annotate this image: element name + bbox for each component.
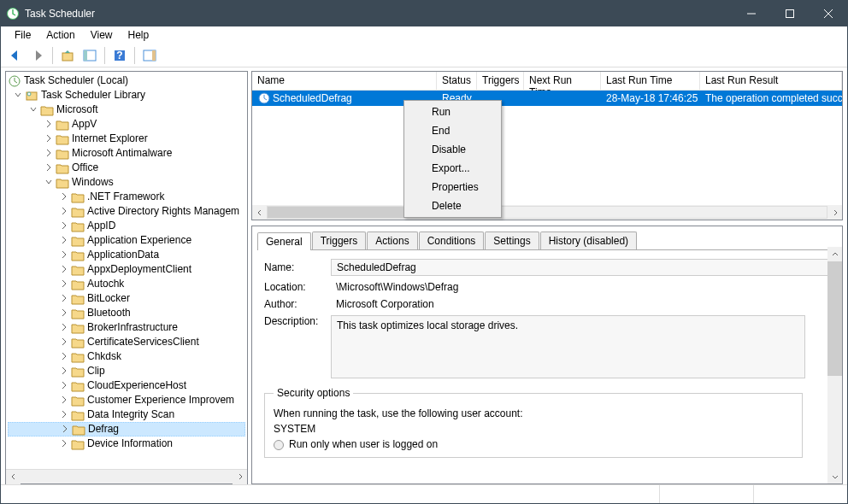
folder-icon xyxy=(71,366,85,378)
tree-item-cloudexperiencehost[interactable]: CloudExperienceHost xyxy=(8,378,245,393)
detail-vertical-scrollbar[interactable] xyxy=(827,247,842,483)
scroll-left-arrow[interactable] xyxy=(252,209,267,216)
task-list-horizontal-scrollbar[interactable] xyxy=(252,205,842,220)
chevron-down-icon[interactable] xyxy=(42,176,56,190)
show-hide-console-tree-button[interactable] xyxy=(80,46,99,65)
tree-item-bitlocker[interactable]: BitLocker xyxy=(8,291,245,306)
chevron-right-icon[interactable] xyxy=(57,263,71,277)
tree-item--net-framework[interactable]: .NET Framework xyxy=(8,190,245,204)
tree[interactable]: Task Scheduler (Local) Task Scheduler Li… xyxy=(6,72,247,469)
chevron-right-icon[interactable] xyxy=(57,437,71,451)
scroll-down-arrow[interactable] xyxy=(827,469,842,483)
context-export[interactable]: Export... xyxy=(406,159,499,178)
tab-general[interactable]: General xyxy=(257,232,311,250)
context-delete[interactable]: Delete xyxy=(406,196,499,215)
tab-history[interactable]: History (disabled) xyxy=(540,231,637,249)
forward-button[interactable] xyxy=(28,46,47,65)
maximize-button[interactable] xyxy=(770,1,809,26)
tree-horizontal-scrollbar[interactable] xyxy=(6,469,247,483)
tree-item-microsoft-antimalware[interactable]: Microsoft Antimalware xyxy=(8,146,245,161)
chevron-right-icon[interactable] xyxy=(57,278,71,291)
chevron-right-icon[interactable] xyxy=(57,394,71,407)
tab-settings[interactable]: Settings xyxy=(485,231,539,249)
up-button[interactable] xyxy=(58,46,77,65)
menu-file[interactable]: File xyxy=(8,27,38,43)
toolbar-separator xyxy=(52,47,53,64)
scroll-up-arrow[interactable] xyxy=(827,247,842,261)
col-status[interactable]: Status xyxy=(437,72,477,90)
chevron-right-icon[interactable] xyxy=(57,408,71,422)
show-hide-action-pane-button[interactable] xyxy=(140,46,159,65)
tree-item-applicationdata[interactable]: ApplicationData xyxy=(8,248,245,262)
chevron-right-icon[interactable] xyxy=(42,147,56,161)
chevron-right-icon[interactable] xyxy=(42,132,56,146)
context-properties[interactable]: Properties xyxy=(406,178,499,196)
chevron-right-icon[interactable] xyxy=(57,336,71,349)
task-list-body[interactable]: ScheduledDefrag Ready 28-May-18 17:46:25… xyxy=(252,91,842,205)
chevron-down-icon[interactable] xyxy=(11,89,25,103)
tree-item-appid[interactable]: AppID xyxy=(8,219,245,233)
tree-root[interactable]: Task Scheduler (Local) xyxy=(8,73,245,88)
chevron-right-icon[interactable] xyxy=(57,292,71,306)
tree-item-bluetooth[interactable]: Bluetooth xyxy=(8,306,245,320)
scroll-left-arrow[interactable] xyxy=(6,470,21,484)
toolbar-separator xyxy=(134,47,135,64)
tree-microsoft[interactable]: Microsoft xyxy=(8,103,245,117)
chevron-right-icon[interactable] xyxy=(57,379,71,393)
tree-item-chkdsk[interactable]: Chkdsk xyxy=(8,349,245,364)
tree-item-appxdeploymentclient[interactable]: AppxDeploymentClient xyxy=(8,262,245,277)
minimize-button[interactable] xyxy=(732,1,770,26)
chevron-right-icon[interactable] xyxy=(57,220,71,233)
close-button[interactable] xyxy=(809,1,847,26)
tab-actions[interactable]: Actions xyxy=(367,231,417,249)
tree-item-application-experience[interactable]: Application Experience xyxy=(8,233,245,248)
chevron-right-icon[interactable] xyxy=(57,234,71,248)
col-triggers[interactable]: Triggers xyxy=(477,72,524,90)
context-end[interactable]: End xyxy=(406,121,499,140)
help-button[interactable]: ? xyxy=(110,46,129,65)
chevron-right-icon[interactable] xyxy=(57,307,71,320)
tab-conditions[interactable]: Conditions xyxy=(419,231,485,249)
col-name[interactable]: Name xyxy=(252,72,437,90)
tree-item-autochk[interactable]: Autochk xyxy=(8,277,245,291)
menu-help[interactable]: Help xyxy=(121,27,156,43)
back-button[interactable] xyxy=(6,46,25,65)
chevron-right-icon[interactable] xyxy=(57,365,71,378)
chevron-right-icon[interactable] xyxy=(42,161,56,175)
security-radio-logged-on[interactable]: Run only when user is logged on xyxy=(274,438,793,450)
tree-item-defrag[interactable]: Defrag xyxy=(8,422,245,437)
context-run[interactable]: Run xyxy=(406,103,499,121)
tree-item-appv[interactable]: AppV xyxy=(8,117,245,132)
tree-item-active-directory-rights-managem[interactable]: Active Directory Rights Managem xyxy=(8,204,245,219)
tree-item-data-integrity-scan[interactable]: Data Integrity Scan xyxy=(8,407,245,422)
tree-item-customer-experience-improvem[interactable]: Customer Experience Improvem xyxy=(8,393,245,407)
tree-item-internet-explorer[interactable]: Internet Explorer xyxy=(8,132,245,146)
scroll-thumb[interactable] xyxy=(827,261,842,376)
chevron-right-icon[interactable] xyxy=(57,190,71,204)
tree-item-windows[interactable]: Windows xyxy=(8,175,245,190)
col-last-result[interactable]: Last Run Result xyxy=(700,72,842,90)
tree-item-certificateservicesclient[interactable]: CertificateServicesClient xyxy=(8,335,245,349)
chevron-right-icon[interactable] xyxy=(57,205,71,219)
tree-item-device-information[interactable]: Device Information xyxy=(8,437,245,451)
tree-item-brokerinfrastructure[interactable]: BrokerInfrastructure xyxy=(8,320,245,335)
chevron-right-icon[interactable] xyxy=(57,321,71,335)
col-next-run[interactable]: Next Run Time xyxy=(524,72,601,90)
chevron-down-icon[interactable] xyxy=(26,103,40,117)
chevron-right-icon[interactable] xyxy=(42,118,56,132)
col-last-run[interactable]: Last Run Time xyxy=(601,72,700,90)
menu-view[interactable]: View xyxy=(84,27,120,43)
tree-item-office[interactable]: Office xyxy=(8,161,245,175)
chevron-right-icon[interactable] xyxy=(57,249,71,262)
scroll-right-arrow[interactable] xyxy=(233,470,247,484)
chevron-right-icon[interactable] xyxy=(57,350,71,364)
chevron-right-icon[interactable] xyxy=(58,423,72,437)
folder-icon xyxy=(40,104,54,116)
context-disable[interactable]: Disable xyxy=(406,140,499,159)
tree-item-clip[interactable]: Clip xyxy=(8,364,245,378)
task-row[interactable]: ScheduledDefrag Ready 28-May-18 17:46:25… xyxy=(252,91,842,106)
menu-action[interactable]: Action xyxy=(39,27,81,43)
tab-triggers[interactable]: Triggers xyxy=(312,231,367,249)
tree-library[interactable]: Task Scheduler Library xyxy=(8,88,245,103)
scroll-right-arrow[interactable] xyxy=(827,209,842,216)
